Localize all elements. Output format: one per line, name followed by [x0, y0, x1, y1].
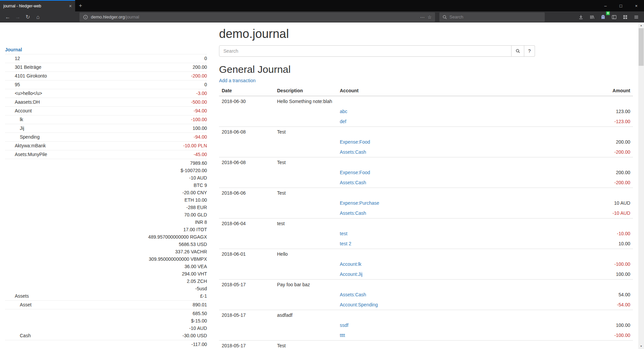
grid-apps-icon[interactable]: [620, 12, 630, 22]
posting-row: ssdf100.00: [219, 320, 633, 330]
posting-account-link[interactable]: Assets:Cash: [340, 292, 366, 297]
sidebar-amount: 890.01: [89, 301, 207, 308]
posting-amount: 10 AUD: [532, 198, 633, 208]
sidebar-amount: 100.00: [89, 124, 207, 132]
posting-account-link[interactable]: Expense:Food: [340, 170, 370, 175]
transaction-row[interactable]: 2018-06-30Hello Something note:blah: [219, 96, 633, 106]
sidebar-account-name[interactable]: Aktywa:mBank: [5, 142, 89, 150]
posting-account-link[interactable]: Expense:Purchase: [340, 200, 379, 206]
posting-row: test-10.00: [219, 229, 633, 239]
tab-close-icon[interactable]: ×: [68, 3, 73, 9]
reload-icon[interactable]: ↻: [23, 12, 33, 22]
sidebar-amount: 685.50: [89, 310, 207, 317]
transaction-row[interactable]: 2018-06-08Test: [219, 157, 633, 168]
browser-search-bar[interactable]: Search: [439, 12, 545, 22]
window-close-button[interactable]: ×: [629, 0, 644, 11]
new-tab-button[interactable]: +: [75, 0, 86, 11]
sidebar-account-name[interactable]: Asset: [5, 301, 89, 309]
window-minimize-button[interactable]: –: [598, 0, 613, 11]
sidebar-account-name[interactable]: 95: [5, 81, 89, 89]
sidebar-account-name[interactable]: lk: [5, 115, 89, 124]
sidebar-toggle-icon[interactable]: [609, 12, 619, 22]
bookmark-star-icon[interactable]: ☆: [427, 14, 432, 20]
sidebar-amount: -288 EUR: [89, 204, 207, 211]
window-maximize-button[interactable]: □: [613, 0, 629, 11]
forward-icon[interactable]: →: [13, 12, 23, 22]
transaction-row[interactable]: 2018-05-17asdfadf: [219, 310, 633, 320]
site-info-icon[interactable]: [83, 14, 88, 20]
sidebar-amount: -94.00: [89, 107, 207, 114]
posting-account-link[interactable]: Expense:Food: [340, 139, 370, 145]
posting-amount: -200.00: [532, 178, 633, 188]
posting-account-link[interactable]: Account:Jij: [340, 271, 363, 277]
sidebar-account-balance: -3.00: [89, 89, 207, 98]
tx-description: Pay foo bar baz: [274, 280, 337, 290]
sidebar-amount: ETH 10.00: [89, 196, 207, 204]
journal-search-input[interactable]: [219, 45, 512, 57]
menu-hamburger-icon[interactable]: [631, 12, 641, 22]
page-actions-icon[interactable]: ⋯: [420, 14, 425, 20]
sidebar-account-name[interactable]: Jij: [5, 124, 89, 133]
posting-account-link[interactable]: def: [340, 119, 346, 124]
posting-amount: 200.00: [532, 167, 633, 178]
scroll-down-icon[interactable]: ▼: [638, 343, 644, 349]
transaction-row[interactable]: 2018-06-06Test: [219, 188, 633, 198]
sidebar-amount: 5686.53 USD: [89, 241, 207, 248]
url-bar[interactable]: demo.hledger.org/journal ⋯ ☆: [79, 12, 435, 22]
posting-account-link[interactable]: abc: [340, 109, 347, 114]
sidebar-account-name[interactable]: Cash: [5, 309, 89, 340]
transaction-row[interactable]: 2018-05-17Pay foo bar baz: [219, 280, 633, 290]
sidebar-account-name[interactable]: Asets:MunyPile: [5, 150, 89, 159]
toolbar-right-icons: 0: [576, 12, 641, 22]
sidebar-account-row: 120: [5, 54, 207, 63]
posting-account-link[interactable]: Account:Spending: [340, 302, 378, 307]
posting-account-link[interactable]: test: [340, 231, 347, 236]
sidebar-account-balance: -200.00: [89, 72, 207, 81]
posting-account-link[interactable]: Account:lk: [340, 261, 362, 267]
search-icon: [516, 49, 520, 53]
scroll-up-icon[interactable]: ▲: [638, 22, 644, 28]
sidebar-amount: 489.957000000000 RGAGX: [89, 233, 207, 241]
sidebar-account-name[interactable]: Account: [5, 107, 89, 115]
col-amount: Amount: [532, 86, 633, 96]
journal-search-button[interactable]: [512, 45, 524, 57]
sidebar-account-name[interactable]: Spending: [5, 133, 89, 142]
transaction-row[interactable]: 2018-05-17Test: [219, 341, 633, 349]
posting-account-link[interactable]: Assets:Cash: [340, 210, 366, 216]
posting-amount: -100.00: [532, 259, 633, 269]
sidebar-account-name[interactable]: 12: [5, 54, 89, 63]
sidebar-account-name[interactable]: Aaasets:DH: [5, 98, 89, 107]
downloads-icon[interactable]: [576, 12, 586, 22]
sidebar-account-name[interactable]: <u>hello</u>: [5, 89, 89, 98]
page-scrollbar[interactable]: ▲ ▼: [638, 22, 644, 349]
back-icon[interactable]: ←: [3, 12, 13, 22]
browser-tab[interactable]: journal - hledger-web ×: [0, 0, 75, 11]
ghostery-extension-icon[interactable]: 0: [598, 12, 608, 22]
scrollbar-thumb[interactable]: [639, 28, 644, 66]
posting-amount: 10.00: [532, 239, 633, 249]
sidebar-amount: -500.00: [89, 98, 207, 106]
posting-amount: -10.00: [532, 229, 633, 239]
posting-account-link[interactable]: Assets:Cash: [340, 149, 366, 155]
transaction-row[interactable]: 2018-06-04test: [219, 218, 633, 229]
sidebar-account-balance: 100.00: [89, 124, 207, 133]
search-help-button[interactable]: ?: [524, 45, 535, 57]
posting-account-link[interactable]: ssdf: [340, 322, 348, 328]
home-icon[interactable]: ⌂: [33, 12, 43, 22]
sidebar-account-name[interactable]: 4101 Girokonto: [5, 72, 89, 81]
sidebar-amount: INR 8: [89, 218, 207, 226]
posting-account-link[interactable]: test 2: [340, 241, 351, 246]
posting-account-link[interactable]: Assets:Cash: [340, 180, 366, 185]
library-icon[interactable]: [587, 12, 597, 22]
sidebar-account-name[interactable]: Assets: [5, 159, 89, 301]
transaction-row[interactable]: 2018-06-01Hello: [219, 249, 633, 259]
posting-row: Account:Jij100.00: [219, 269, 633, 280]
sidebar-account-name[interactable]: 301 Beiträge: [5, 63, 89, 72]
sidebar-account-row: <u>hello</u>-3.00: [5, 89, 207, 98]
journal-table: Date Description Account Amount 2018-06-…: [219, 86, 633, 349]
transaction-row[interactable]: 2018-06-08Test: [219, 127, 633, 137]
tab-bar: journal - hledger-web × + – □ ×: [0, 0, 644, 11]
add-transaction-link[interactable]: Add a transaction: [219, 78, 256, 83]
sidebar-journal-link[interactable]: Journal: [5, 46, 207, 54]
posting-account-link[interactable]: tttt: [340, 333, 345, 338]
